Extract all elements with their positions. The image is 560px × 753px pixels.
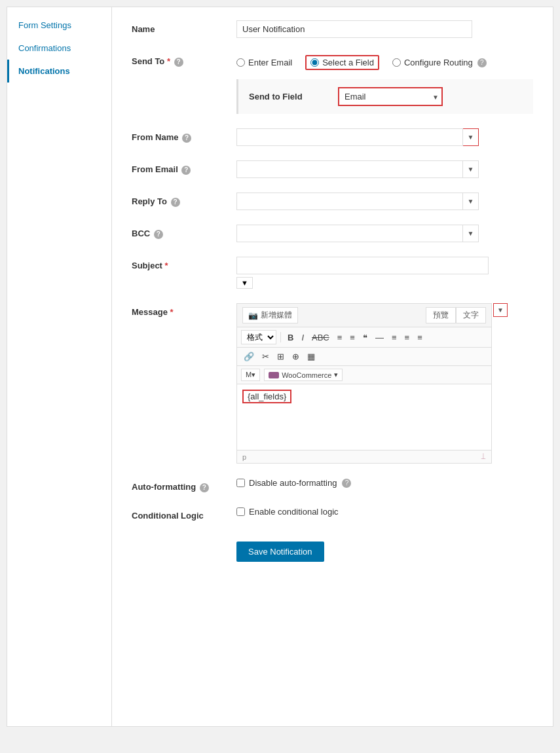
from-name-input[interactable] xyxy=(236,128,463,146)
radio-enter-email[interactable]: Enter Email xyxy=(236,58,292,67)
radio-select-field[interactable]: Select a Field xyxy=(305,55,379,70)
resize-handle: ⟘ xyxy=(481,452,486,461)
preview-btn[interactable]: 預覽 xyxy=(426,307,456,323)
save-control: Save Notification xyxy=(236,535,533,562)
ul-btn[interactable]: ≡ xyxy=(335,331,345,344)
text-btn[interactable]: 文字 xyxy=(456,307,486,323)
italic-btn[interactable]: I xyxy=(299,331,307,344)
from-name-input-group: ▼ xyxy=(236,128,479,146)
message-editor: 📷 新增媒體 預覽 文字 格 xyxy=(236,303,492,464)
name-label: Name xyxy=(132,20,236,34)
editor-body[interactable]: {all_fields} xyxy=(237,384,491,450)
align-right-btn[interactable]: ≡ xyxy=(415,331,425,344)
unlink-btn[interactable]: ✂ xyxy=(259,350,272,363)
editor-status-bar: p ⟘ xyxy=(237,450,491,463)
blockquote-btn[interactable]: ❝ xyxy=(360,331,370,344)
conditional-logic-label: Conditional Logic xyxy=(132,507,236,521)
enable-conditional-logic-checkbox[interactable] xyxy=(236,507,245,516)
main-container: Form Settings Confirmations Notification… xyxy=(7,7,553,727)
bcc-dropdown-icon: ▼ xyxy=(468,230,474,237)
message-label: Message * xyxy=(132,303,236,317)
subject-row: Subject * ▼ xyxy=(132,257,533,289)
send-to-radio-group: Enter Email Select a Field Configure Rou… xyxy=(236,52,533,70)
auto-formatting-control: Disable auto-formatting ? xyxy=(236,478,533,488)
expand-btn[interactable]: ⊕ xyxy=(289,350,302,363)
bcc-dropdown-btn[interactable]: ▼ xyxy=(463,225,479,242)
from-name-dropdown-icon: ▼ xyxy=(468,134,474,141)
radio-select-field-input[interactable] xyxy=(310,58,319,67)
bold-btn[interactable]: B xyxy=(285,331,296,344)
disable-auto-formatting-checkbox[interactable] xyxy=(236,479,245,487)
editor-top-bar: 📷 新增媒體 預覽 文字 xyxy=(237,304,491,327)
add-media-btn[interactable]: 📷 新增媒體 xyxy=(242,307,298,323)
editor-side-dropdown-icon: ▼ xyxy=(497,306,504,314)
from-email-dropdown-icon: ▼ xyxy=(468,166,474,173)
reply-to-dropdown-btn[interactable]: ▼ xyxy=(463,193,479,210)
radio-configure-routing-input[interactable] xyxy=(392,58,401,67)
bcc-label: BCC ? xyxy=(132,225,236,239)
format-select[interactable]: 格式 xyxy=(241,330,276,344)
bcc-row: BCC ? ▼ xyxy=(132,225,533,242)
enable-conditional-logic-checkbox-row: Enable conditional logic xyxy=(236,507,533,517)
strikethrough-btn[interactable]: ABC xyxy=(309,331,332,344)
sidebar-item-notifications[interactable]: Notifications xyxy=(7,60,111,83)
from-name-control: ▼ xyxy=(236,128,533,146)
subject-dropdown-icon: ▼ xyxy=(241,279,248,287)
disable-auto-formatting-label: Disable auto-formatting xyxy=(249,478,337,488)
bcc-help-icon[interactable]: ? xyxy=(154,230,163,239)
m-dropdown-btn[interactable]: M▾ xyxy=(241,369,260,381)
from-name-dropdown-btn[interactable]: ▼ xyxy=(463,128,479,146)
hr-btn[interactable]: — xyxy=(373,331,386,344)
message-control: 📷 新增媒體 預覽 文字 格 xyxy=(236,303,533,464)
sidebar: Form Settings Confirmations Notification… xyxy=(7,7,112,726)
send-to-help-icon[interactable]: ? xyxy=(174,58,183,67)
send-to-field-select[interactable]: Email Name Phone xyxy=(338,87,443,106)
send-to-options-wrap: Enter Email Select a Field Configure Rou… xyxy=(236,52,533,70)
subject-input[interactable] xyxy=(236,257,489,274)
toolbar-divider-1 xyxy=(280,332,281,342)
auto-formatting-row: Auto-formatting ? Disable auto-formattin… xyxy=(132,478,533,492)
woocommerce-btn[interactable]: WooCommerce ▾ xyxy=(264,369,343,381)
from-email-help-icon[interactable]: ? xyxy=(181,166,191,175)
woo-icon xyxy=(269,372,279,378)
toolbar-row-3: M▾ WooCommerce ▾ xyxy=(237,366,491,384)
radio-configure-routing[interactable]: Configure Routing ? xyxy=(392,58,487,67)
reply-to-input[interactable] xyxy=(236,193,463,210)
send-to-row: Send To * ? Enter Email Selec xyxy=(132,52,533,114)
disable-auto-formatting-help-icon[interactable]: ? xyxy=(342,479,351,488)
editor-side-dropdown-btn[interactable]: ▼ xyxy=(493,303,508,317)
reply-to-dropdown-icon: ▼ xyxy=(468,198,474,205)
auto-formatting-help-icon[interactable]: ? xyxy=(200,483,209,492)
media-icon: 📷 xyxy=(248,311,258,320)
conditional-logic-control: Enable conditional logic xyxy=(236,507,533,517)
save-spacer xyxy=(132,535,236,539)
sidebar-item-form-settings[interactable]: Form Settings xyxy=(7,14,111,37)
radio-enter-email-input[interactable] xyxy=(236,58,245,67)
from-email-row: From Email ? ▼ xyxy=(132,160,533,178)
align-left-btn[interactable]: ≡ xyxy=(389,331,400,344)
from-email-dropdown-btn[interactable]: ▼ xyxy=(463,160,479,178)
align-center-btn[interactable]: ≡ xyxy=(402,331,413,344)
m-label: M▾ xyxy=(246,371,255,379)
save-notification-button[interactable]: Save Notification xyxy=(236,542,324,562)
message-row: Message * 📷 新增媒體 xyxy=(132,303,533,464)
from-name-help-icon[interactable]: ? xyxy=(182,134,191,143)
sidebar-item-confirmations[interactable]: Confirmations xyxy=(7,37,111,60)
message-required-star: * xyxy=(170,307,174,317)
editor-with-sidebtns: 📷 新增媒體 預覽 文字 格 xyxy=(236,303,533,464)
all-fields-tag: {all_fields} xyxy=(242,390,291,403)
name-input[interactable] xyxy=(236,20,472,38)
from-email-input[interactable] xyxy=(236,160,463,178)
save-row: Save Notification xyxy=(132,535,533,562)
reply-to-input-group: ▼ xyxy=(236,193,479,210)
bcc-input[interactable] xyxy=(236,225,463,242)
configure-routing-help-icon[interactable]: ? xyxy=(477,58,487,67)
ol-btn[interactable]: ≡ xyxy=(347,331,358,344)
table-btn[interactable]: ▦ xyxy=(305,350,318,363)
reply-to-help-icon[interactable]: ? xyxy=(171,198,180,207)
subject-dropdown-btn[interactable]: ▼ xyxy=(236,277,253,289)
align-btn[interactable]: ⊞ xyxy=(274,350,287,363)
page-wrapper: Form Settings Confirmations Notification… xyxy=(0,0,560,753)
disable-auto-formatting-checkbox-row: Disable auto-formatting ? xyxy=(236,478,533,488)
link-btn[interactable]: 🔗 xyxy=(241,350,257,363)
